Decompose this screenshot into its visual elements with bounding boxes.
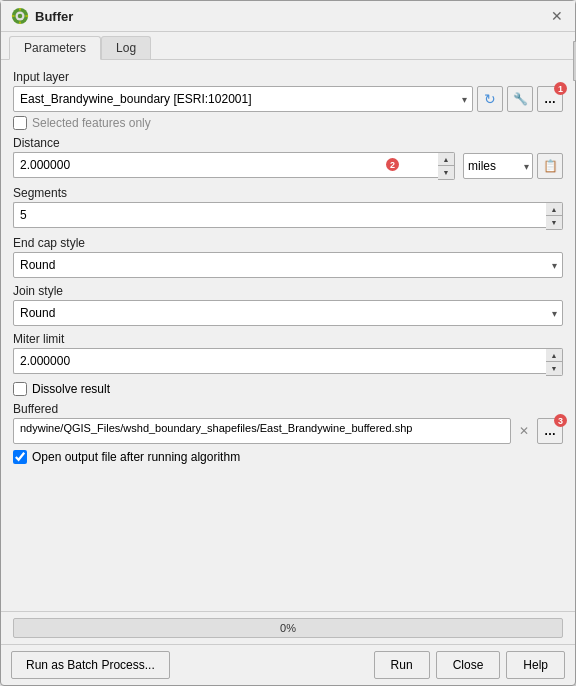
refresh-icon: ↻ xyxy=(484,91,496,107)
miter-limit-up-btn[interactable]: ▲ xyxy=(546,349,562,362)
qgis-logo-icon xyxy=(11,7,29,25)
buffered-value: ndywine/QGIS_Files/wshd_boundary_shapefi… xyxy=(20,422,412,434)
distance-section: Distance ▲ ▼ 2 miles meters kilome xyxy=(13,136,563,180)
distance-input[interactable] xyxy=(13,152,438,178)
segments-label: Segments xyxy=(13,186,563,200)
join-style-label: Join style xyxy=(13,284,563,298)
segments-input[interactable] xyxy=(13,202,546,228)
segments-spinner-btns: ▲ ▼ xyxy=(546,202,563,230)
units-select[interactable]: miles meters kilometers feet xyxy=(463,153,533,179)
title-bar: Buffer ✕ xyxy=(1,1,575,32)
distance-spinner-btns: ▲ ▼ xyxy=(438,152,455,180)
segments-down-btn[interactable]: ▼ xyxy=(546,216,562,229)
end-cap-select[interactable]: Round Flat Square xyxy=(13,252,563,278)
join-style-dropdown-wrapper: Round Miter Bevel xyxy=(13,300,563,326)
open-output-row: Open output file after running algorithm xyxy=(13,450,563,464)
buffered-row: ndywine/QGIS_Files/wshd_boundary_shapefi… xyxy=(13,418,563,444)
close-icon[interactable]: ✕ xyxy=(549,8,565,24)
miter-limit-spinner-btns: ▲ ▼ xyxy=(546,348,563,376)
tab-log[interactable]: Log xyxy=(101,36,151,59)
selected-only-checkbox[interactable] xyxy=(13,116,27,130)
settings-button[interactable]: 🔧 xyxy=(507,86,533,112)
run-button[interactable]: Run xyxy=(374,651,430,679)
buffered-section: Buffered ndywine/QGIS_Files/wshd_boundar… xyxy=(13,402,563,444)
input-layer-dropdown-wrapper: East_Brandywine_boundary [ESRI:102001] xyxy=(13,86,473,112)
distance-up-btn[interactable]: ▲ xyxy=(438,153,454,166)
tabs-row: Parameters Log xyxy=(1,32,575,60)
dissolve-checkbox[interactable] xyxy=(13,382,27,396)
join-style-select[interactable]: Round Miter Bevel xyxy=(13,300,563,326)
miter-limit-section: Miter limit ▲ ▼ xyxy=(13,332,563,376)
help-button[interactable]: Help xyxy=(506,651,565,679)
dissolve-row: Dissolve result xyxy=(13,382,563,396)
badge-1: 1 xyxy=(554,82,567,95)
buffered-clear-button[interactable]: ✕ xyxy=(515,422,533,440)
miter-limit-input[interactable] xyxy=(13,348,546,374)
join-style-section: Join style Round Miter Bevel xyxy=(13,284,563,326)
badge-3: 3 xyxy=(554,414,567,427)
tab-parameters[interactable]: Parameters xyxy=(9,36,101,60)
buffered-browse-button[interactable]: … 3 xyxy=(537,418,563,444)
paste-button[interactable]: 📋 xyxy=(537,153,563,179)
dialog-title: Buffer xyxy=(35,9,73,24)
selected-only-label: Selected features only xyxy=(32,116,151,130)
content-area: Input layer East_Brandywine_boundary [ES… xyxy=(1,60,575,611)
close-button[interactable]: Close xyxy=(436,651,501,679)
batch-process-button[interactable]: Run as Batch Process... xyxy=(11,651,170,679)
miter-limit-down-btn[interactable]: ▼ xyxy=(546,362,562,375)
paste-icon: 📋 xyxy=(543,159,558,173)
buffered-input-display: ndywine/QGIS_Files/wshd_boundary_shapefi… xyxy=(13,418,511,444)
svg-point-2 xyxy=(18,14,23,19)
refresh-button[interactable]: ↻ xyxy=(477,86,503,112)
dissolve-label: Dissolve result xyxy=(32,382,110,396)
open-output-label: Open output file after running algorithm xyxy=(32,450,240,464)
selected-only-row: Selected features only xyxy=(13,116,563,130)
badge-2: 2 xyxy=(386,158,399,171)
buffered-dots-icon: … xyxy=(544,424,556,438)
dots-icon: … xyxy=(544,92,556,106)
distance-label: Distance xyxy=(13,136,563,150)
title-bar-left: Buffer xyxy=(11,7,73,25)
input-layer-label: Input layer xyxy=(13,70,563,84)
distance-down-btn[interactable]: ▼ xyxy=(438,166,454,179)
input-layer-row: East_Brandywine_boundary [ESRI:102001] ↻… xyxy=(13,86,563,112)
segments-section: Segments ▲ ▼ xyxy=(13,186,563,230)
input-layer-browse-button[interactable]: … 1 xyxy=(537,86,563,112)
miter-limit-label: Miter limit xyxy=(13,332,563,346)
progress-bar: 0% xyxy=(13,618,563,638)
buffer-dialog: Buffer ✕ Parameters Log ◀ Input layer Ea… xyxy=(0,0,576,686)
end-cap-section: End cap style Round Flat Square xyxy=(13,236,563,278)
bottom-buttons: Run as Batch Process... Run Close Help xyxy=(1,644,575,685)
input-layer-section: Input layer East_Brandywine_boundary [ES… xyxy=(13,70,563,130)
progress-label: 0% xyxy=(280,622,296,634)
end-cap-label: End cap style xyxy=(13,236,563,250)
segments-up-btn[interactable]: ▲ xyxy=(546,203,562,216)
wrench-icon: 🔧 xyxy=(513,92,528,106)
end-cap-dropdown-wrapper: Round Flat Square xyxy=(13,252,563,278)
progress-area: 0% xyxy=(1,611,575,644)
units-wrapper: miles meters kilometers feet xyxy=(463,153,533,179)
buffered-label: Buffered xyxy=(13,402,563,416)
miter-limit-spinner: ▲ ▼ xyxy=(13,348,563,376)
segments-spinner: ▲ ▼ xyxy=(13,202,563,230)
open-output-checkbox[interactable] xyxy=(13,450,27,464)
distance-row: ▲ ▼ 2 miles meters kilometers feet xyxy=(13,152,563,180)
input-layer-select[interactable]: East_Brandywine_boundary [ESRI:102001] xyxy=(13,86,473,112)
